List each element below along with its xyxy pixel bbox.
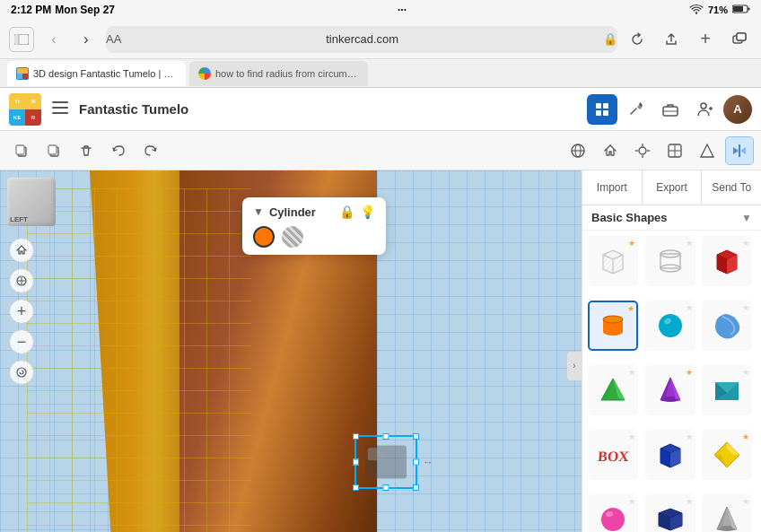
shape-pyramid-green[interactable]: ★ (588, 365, 638, 415)
zoom-in-btn[interactable]: + (9, 299, 34, 324)
star-cone-gray[interactable]: ★ (742, 497, 749, 506)
shape-blob-blue[interactable]: ★ (702, 301, 752, 351)
color-swatch-orange[interactable] (253, 226, 275, 248)
home-view-button[interactable] (596, 136, 625, 165)
handle-bottom-right[interactable] (413, 484, 419, 491)
viewport[interactable]: ▼ Cylinder 🔒 💡 (0, 170, 582, 532)
view-icon[interactable] (564, 136, 592, 165)
wifi-icon (689, 4, 704, 16)
app-title: Fantastic Tumelo (79, 101, 580, 117)
menu-icon[interactable] (48, 98, 72, 121)
combine-button[interactable] (693, 136, 722, 165)
handle-right[interactable] (413, 459, 419, 466)
star-cylinder-ghost[interactable]: ★ (686, 239, 693, 248)
star-sphere-pink[interactable]: ★ (628, 497, 635, 506)
handle-top-right[interactable] (413, 433, 419, 440)
mirror-button[interactable] (725, 136, 754, 165)
shape-box-red[interactable]: ★ (702, 236, 752, 286)
tools-button[interactable] (621, 94, 652, 125)
color-swatch-stripe[interactable] (282, 226, 303, 248)
svg-rect-12 (52, 112, 68, 114)
shape-text-red[interactable]: BOXY ★ (588, 430, 638, 480)
shape-cylinder-orange[interactable]: ★ (588, 301, 638, 351)
star-box-red[interactable]: ★ (742, 239, 749, 248)
home-btn[interactable] (9, 238, 34, 263)
star-box-dark2[interactable]: ★ (686, 497, 693, 506)
zoom-out-btn[interactable]: − (9, 329, 34, 354)
handle-top[interactable] (383, 433, 389, 440)
shape-wedge-teal[interactable]: ★ (702, 365, 752, 415)
export-button[interactable]: Export (643, 170, 703, 205)
star-pyramid-green[interactable]: ★ (628, 368, 635, 377)
svg-rect-11 (52, 107, 68, 109)
copy-button[interactable] (7, 136, 36, 165)
shape-cylinder-ghost[interactable]: ★ (645, 236, 695, 286)
panel-collapse-button[interactable]: › (567, 352, 582, 380)
star-text-red[interactable]: ★ (628, 432, 635, 441)
duplicate-button[interactable] (39, 136, 68, 165)
shape-sphere-teal[interactable]: ★ (645, 301, 695, 351)
zoom-fit-btn[interactable] (9, 268, 34, 293)
star-box-dark[interactable]: ★ (686, 432, 693, 441)
svg-rect-42 (368, 448, 384, 460)
shape-diamond-yellow[interactable]: ★ (702, 430, 752, 480)
svg-point-74 (601, 508, 625, 531)
reset-view-btn[interactable] (9, 360, 34, 385)
star-sphere-teal[interactable]: ★ (686, 303, 693, 312)
tabs-icon[interactable] (727, 27, 752, 52)
svg-point-19 (701, 103, 706, 109)
handle-top-left[interactable] (353, 433, 359, 440)
svg-rect-5 (14, 34, 19, 45)
forward-button[interactable]: › (74, 27, 99, 52)
focus-button[interactable] (628, 136, 657, 165)
shape-cone-gray[interactable]: ★ (702, 494, 752, 532)
star-diamond-yellow[interactable]: ★ (742, 432, 749, 441)
star-cylinder-orange[interactable]: ★ (627, 304, 634, 313)
star-cone-purple[interactable]: ★ (686, 368, 693, 377)
handle-left[interactable] (353, 459, 359, 466)
briefcase-button[interactable] (655, 94, 686, 125)
resize-arrow-right: ↔ (423, 456, 433, 468)
svg-point-52 (660, 250, 680, 257)
grid-view-button[interactable] (587, 94, 617, 125)
import-button[interactable]: Import (582, 170, 643, 205)
undo-button[interactable] (104, 136, 133, 165)
handle-bottom-left[interactable] (353, 484, 359, 491)
selected-object[interactable]: ↔ (354, 435, 417, 489)
star-box-ghost[interactable]: ★ (628, 239, 635, 248)
add-person-button[interactable] (689, 94, 720, 125)
back-button[interactable]: ‹ (41, 27, 66, 52)
popup-title: Cylinder (269, 205, 316, 219)
view-cube[interactable]: LEFT (7, 178, 56, 226)
star-wedge-teal[interactable]: ★ (742, 368, 749, 377)
send-to-button[interactable]: Send To (702, 170, 761, 205)
reload-icon[interactable] (625, 27, 650, 52)
shape-box-ghost[interactable]: ★ (588, 236, 638, 286)
lock-button[interactable]: 🔒 (339, 205, 354, 219)
popup-collapse-arrow[interactable]: ▼ (253, 205, 264, 218)
shape-cone-purple[interactable]: ★ (645, 365, 695, 415)
shape-box-dark2[interactable]: ★ (645, 494, 695, 532)
tab-tinkercad[interactable]: 3D design Fantastic Tumelo | Tinkercad (7, 61, 186, 86)
right-panel: Import Export Send To Basic Shapes ▼ (582, 170, 761, 532)
shape-box-dark[interactable]: ★ (645, 430, 695, 480)
panel-actions: Import Export Send To (582, 170, 761, 205)
tab-label-tinkercad: 3D design Fantastic Tumelo | Tinkercad (33, 68, 177, 79)
tab-bar: 3D design Fantastic Tumelo | Tinkercad h… (0, 59, 761, 88)
bulb-button[interactable]: 💡 (360, 205, 375, 219)
handle-bottom[interactable] (383, 484, 389, 491)
sidebar-toggle-button[interactable] (9, 27, 34, 52)
address-bar[interactable]: AA tinkercad.com 🔒 (106, 26, 617, 53)
user-avatar[interactable]: A (723, 95, 752, 124)
new-tab-icon[interactable]: + (693, 27, 718, 52)
shape-sphere-pink[interactable]: ★ (588, 494, 638, 532)
shape-button[interactable] (660, 136, 689, 165)
share-icon[interactable] (659, 27, 684, 52)
cube-face-left[interactable]: LEFT (7, 178, 56, 226)
redo-button[interactable] (136, 136, 165, 165)
svg-marker-40 (740, 147, 746, 154)
star-blob-blue[interactable]: ★ (742, 303, 749, 312)
delete-button[interactable] (72, 136, 101, 165)
category-dropdown-arrow[interactable]: ▼ (741, 212, 752, 224)
tab-google[interactable]: how to find radius from circumference - … (189, 61, 368, 86)
